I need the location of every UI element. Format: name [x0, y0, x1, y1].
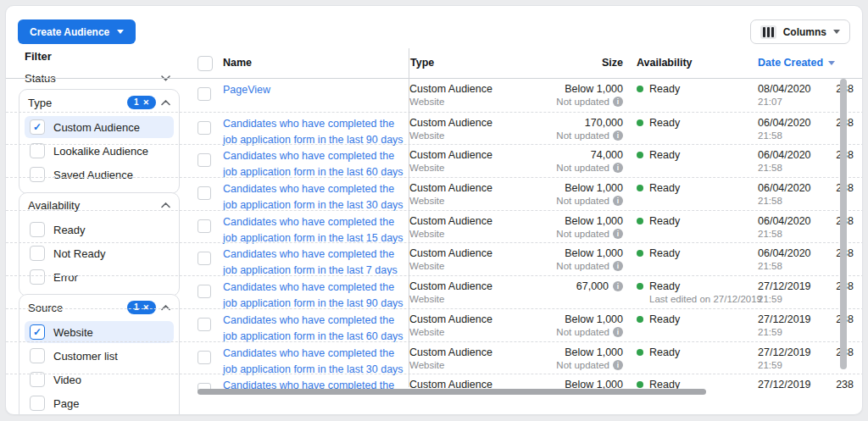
audience-table-body: PageView Custom Audience Website Below 1… — [6, 79, 863, 393]
row-checkbox[interactable] — [198, 153, 211, 167]
date-created: 27/12/2019 — [758, 280, 811, 292]
audience-size: Below 1,000i — [565, 215, 623, 227]
audience-size: Below 1,000i — [565, 247, 623, 259]
filter-option[interactable]: ✓ Page — [25, 392, 174, 414]
audience-type: Custom Audience — [409, 247, 492, 259]
ready-status-dot-icon — [637, 250, 643, 257]
filter-option-checkbox[interactable]: ✓ — [30, 396, 45, 411]
table-row: Candidates who have completed the job ap… — [6, 242, 863, 275]
vertical-scrollbar[interactable] — [840, 79, 847, 369]
info-icon[interactable]: i — [613, 360, 623, 370]
ready-status-dot-icon — [637, 218, 643, 224]
audience-size: Below 1,000i — [565, 346, 623, 358]
audience-type-source: Website — [409, 327, 444, 337]
ready-status-dot-icon — [637, 381, 643, 388]
create-audience-label: Create Audience — [30, 26, 109, 38]
size-status-label: Not updated — [556, 196, 609, 206]
audience-type: Custom Audience — [409, 313, 492, 325]
date-created: 06/04/2020 — [758, 182, 811, 194]
column-header-name[interactable]: Name — [223, 57, 252, 69]
audience-name-link[interactable]: Candidates who have completed the job ap… — [223, 247, 406, 279]
audience-size-status: Not updatedi — [556, 229, 623, 239]
availability-value: Ready — [649, 149, 680, 161]
audience-size-status: Not updatedi — [556, 327, 623, 337]
audience-size: Below 1,000i — [565, 83, 623, 95]
create-audience-button[interactable]: Create Audience — [18, 19, 136, 44]
time-created: 21:07 — [758, 97, 782, 107]
availability-cell: Ready — [637, 247, 680, 259]
audience-name-link[interactable]: Candidates who have completed the job ap… — [223, 181, 406, 213]
date-created: 27/12/2019 — [758, 313, 811, 325]
audience-size-value: 170,000 — [585, 117, 623, 129]
row-checkbox[interactable] — [198, 318, 211, 331]
row-checkbox[interactable] — [198, 285, 211, 298]
audience-type: Custom Audience — [409, 117, 492, 129]
audience-type-source: Website — [409, 294, 444, 304]
availability-value: Ready — [649, 346, 680, 358]
info-icon[interactable]: i — [613, 327, 623, 337]
date-created: 06/04/2020 — [758, 247, 811, 259]
audience-type: Custom Audience — [409, 280, 492, 292]
audience-size-status: Not updatedi — [556, 196, 623, 206]
audience-size-value: 74,000 — [591, 149, 623, 161]
row-checkbox[interactable] — [198, 351, 211, 364]
select-all-checkbox[interactable] — [198, 56, 213, 71]
audience-size-value: 67,000 — [576, 280, 609, 292]
audiences-panel: Create Audience Columns Filter Status Ty… — [5, 5, 863, 415]
column-header-size[interactable]: Size — [602, 57, 623, 69]
audience-name-link[interactable]: PageView — [223, 82, 406, 98]
date-created: 27/12/2019 — [758, 346, 811, 358]
chevron-down-icon — [833, 30, 840, 34]
audience-type-source: Website — [409, 229, 444, 239]
audience-name-link[interactable]: Candidates who have completed the job ap… — [223, 280, 406, 312]
size-status-label: Not updated — [556, 163, 609, 173]
sort-descending-icon — [828, 61, 835, 65]
audience-name-link[interactable]: Candidates who have completed the job ap… — [223, 214, 406, 247]
frozen-column-divider — [409, 48, 409, 387]
info-icon[interactable]: i — [613, 163, 623, 173]
size-status-label: Not updated — [556, 360, 609, 370]
audience-size-status: Not updatedi — [556, 130, 623, 141]
audience-type-source: Website — [409, 196, 444, 206]
row-checkbox[interactable] — [198, 87, 211, 101]
size-status-label: Not updated — [556, 229, 609, 239]
row-checkbox[interactable] — [198, 186, 211, 200]
audience-type-source: Website — [409, 261, 444, 271]
info-icon[interactable]: i — [613, 281, 623, 291]
audience-size-status: Not updatedi — [556, 163, 623, 173]
info-icon[interactable]: i — [613, 229, 623, 239]
size-status-label: Not updated — [556, 327, 609, 337]
horizontal-scrollbar[interactable] — [198, 389, 706, 395]
audience-size-value: Below 1,000 — [565, 215, 623, 227]
audience-size: 67,000i — [576, 280, 623, 292]
table-row: PageView Custom Audience Website Below 1… — [6, 79, 863, 112]
column-header-availability[interactable]: Availability — [637, 57, 693, 69]
audience-name-link[interactable]: Candidates who have completed the job ap… — [223, 148, 406, 180]
time-created: 21:58 — [758, 163, 782, 173]
audience-id: 238 — [836, 379, 854, 391]
audience-type-source: Website — [409, 163, 444, 173]
date-created: 06/04/2020 — [758, 215, 811, 227]
columns-icon — [760, 25, 776, 39]
audience-name-link[interactable]: Candidates who have completed the job ap… — [223, 346, 406, 378]
info-icon[interactable]: i — [613, 261, 623, 271]
column-header-date-created[interactable]: Date Created — [758, 57, 835, 69]
availability-value: Ready — [649, 182, 680, 194]
table-row: Candidates who have completed the job ap… — [6, 210, 863, 243]
row-checkbox[interactable] — [198, 219, 211, 233]
audience-type: Custom Audience — [409, 182, 492, 194]
row-checkbox[interactable] — [198, 252, 211, 265]
availability-cell: Ready — [637, 280, 680, 292]
availability-value: Ready — [649, 215, 680, 227]
info-icon[interactable]: i — [613, 97, 623, 107]
column-header-type[interactable]: Type — [410, 57, 434, 69]
time-created: 21:58 — [758, 229, 782, 239]
info-icon[interactable]: i — [613, 196, 623, 206]
time-created: 21:58 — [758, 130, 782, 141]
row-checkbox[interactable] — [198, 121, 211, 135]
audience-name-link[interactable]: Candidates who have completed the job ap… — [223, 313, 406, 345]
audience-name-link[interactable]: Candidates who have completed the job ap… — [223, 116, 406, 148]
info-icon[interactable]: i — [613, 130, 623, 141]
columns-button[interactable]: Columns — [750, 19, 850, 44]
audience-size: 170,000i — [585, 117, 623, 129]
